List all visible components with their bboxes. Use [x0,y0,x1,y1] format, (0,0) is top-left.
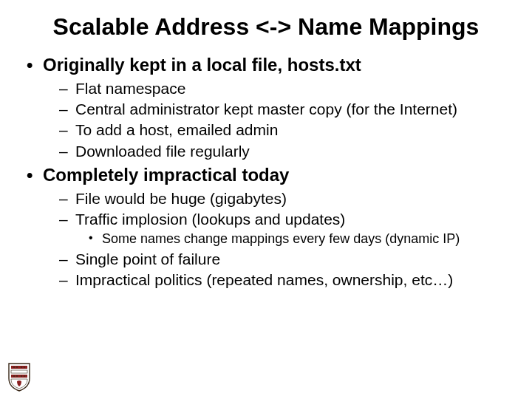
svg-point-5 [21,366,22,368]
bullet-level1: Completely impractical today [22,164,510,186]
slide: Scalable Address <-> Name Mappings Origi… [0,0,532,399]
bullet-level2: Central administrator kept master copy (… [22,100,510,119]
bullet-level2: Traffic implosion (lookups and updates) [22,210,510,229]
svg-point-6 [24,366,25,368]
bullet-level2: Impractical politics (repeated names, ow… [22,270,510,290]
bullet-level2: Single point of failure [22,250,510,269]
bullet-level2: Flat namespace [22,79,510,98]
bullet-level1: Originally kept in a local file, hosts.t… [22,54,510,76]
university-shield-icon [7,361,31,392]
svg-point-8 [16,375,18,377]
bullet-level2: To add a host, emailed admin [22,120,510,140]
svg-point-3 [13,366,15,368]
svg-point-4 [16,366,18,368]
svg-point-10 [24,375,25,377]
slide-title: Scalable Address <-> Name Mappings [22,13,510,41]
svg-point-9 [21,375,22,377]
bullet-level2: File would be huge (gigabytes) [22,189,510,208]
bullet-level3: Some names change mappings every few day… [22,231,510,248]
bullet-level2: Downloaded file regularly [22,142,510,161]
svg-rect-1 [11,370,27,373]
svg-point-7 [13,375,15,377]
